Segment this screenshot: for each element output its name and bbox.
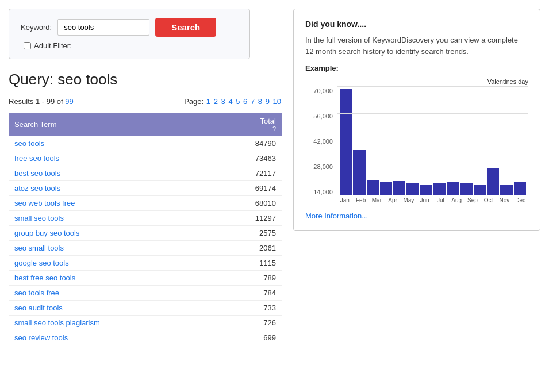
- info-body: In the full version of KeywordDiscovery …: [305, 34, 528, 57]
- search-term-link[interactable]: best seo tools: [14, 169, 60, 178]
- keyword-input[interactable]: [57, 19, 149, 36]
- results-count: Results 1 - 99 of 99: [9, 97, 74, 106]
- search-term-link[interactable]: seo review tools: [14, 333, 68, 342]
- chart-area: Valentines day 70,000 56,000 42,000 28,0…: [305, 78, 528, 203]
- search-term-link[interactable]: small seo tools plagiarism: [14, 318, 100, 327]
- x-label: Oct: [481, 197, 497, 203]
- page-link-3[interactable]: 3: [221, 97, 225, 106]
- y-label-28000: 28,000: [313, 163, 333, 170]
- bar: [514, 182, 526, 195]
- bar: [447, 182, 459, 195]
- info-title: Did you know....: [305, 20, 528, 29]
- bar: [340, 89, 352, 195]
- search-term-link[interactable]: seo tools: [14, 139, 44, 148]
- search-term-link[interactable]: seo tools free: [14, 289, 59, 297]
- bar-group: [487, 89, 499, 195]
- total-value: 1115: [213, 256, 282, 271]
- results-total-link[interactable]: 99: [65, 97, 73, 106]
- more-info-link[interactable]: More Information...: [305, 212, 368, 220]
- bar: [393, 181, 405, 195]
- total-value: 699: [213, 330, 282, 345]
- x-label: May: [401, 197, 417, 203]
- bar-group: [474, 89, 486, 195]
- page-link-4[interactable]: 4: [228, 97, 232, 106]
- bar: [380, 182, 392, 195]
- total-value: 68010: [213, 196, 282, 211]
- right-panel: Did you know.... In the full version of …: [293, 9, 540, 345]
- bar-group: [353, 89, 365, 195]
- page-link-1[interactable]: 1: [206, 97, 213, 106]
- total-value: 789: [213, 271, 282, 286]
- bar-group: [433, 89, 446, 195]
- y-label-56000: 56,000: [313, 113, 333, 120]
- table-row: atoz seo tools69174: [9, 181, 282, 196]
- results-info: Results 1 - 99 of 99 Page: 1 2 3 4 5 6 7…: [9, 97, 282, 106]
- total-value: 69174: [213, 181, 282, 196]
- table-row: seo audit tools733: [9, 301, 282, 316]
- bar-group: [393, 89, 405, 195]
- bar-group: [460, 89, 473, 195]
- total-value: 726: [213, 316, 282, 330]
- bar-group: [500, 89, 512, 195]
- x-label: Nov: [497, 197, 513, 203]
- query-title: Query: seo tools: [9, 71, 282, 89]
- table-row: free seo tools73463: [9, 151, 282, 166]
- bar: [367, 180, 379, 195]
- valentines-label: Valentines day: [305, 78, 528, 85]
- adult-filter-label: Adult Filter:: [34, 41, 72, 50]
- search-term-link[interactable]: seo audit tools: [14, 303, 63, 312]
- total-value: 72117: [213, 166, 282, 181]
- search-term-link[interactable]: seo small tools: [14, 244, 64, 252]
- total-value: 784: [213, 286, 282, 301]
- x-label: Jun: [417, 197, 433, 203]
- page-link-6[interactable]: 6: [243, 97, 247, 106]
- example-label: Example:: [305, 64, 528, 72]
- adult-filter-checkbox[interactable]: [24, 42, 31, 49]
- search-term-link[interactable]: group buy seo tools: [14, 229, 79, 237]
- total-value: 11297: [213, 211, 282, 226]
- table-row: small seo tools11297: [9, 211, 282, 226]
- col-search-term: Search Term: [9, 113, 213, 136]
- page-link-2[interactable]: 2: [214, 97, 218, 106]
- search-button[interactable]: Search: [155, 18, 216, 37]
- bar-group: [447, 89, 459, 195]
- bar: [500, 185, 512, 195]
- bar-group: [367, 89, 379, 195]
- x-label: Sep: [464, 197, 481, 203]
- info-card: Did you know.... In the full version of …: [293, 9, 540, 231]
- search-term-link[interactable]: seo web tools free: [14, 199, 75, 207]
- bar: [353, 150, 365, 195]
- page-link-8[interactable]: 8: [258, 97, 262, 106]
- bar: [433, 183, 446, 195]
- bar-group: [380, 89, 392, 195]
- left-panel: Keyword: Search Adult Filter: Query: seo…: [9, 9, 282, 345]
- total-value: 84790: [213, 136, 282, 151]
- total-value: 73463: [213, 151, 282, 166]
- search-term-link[interactable]: google seo tools: [14, 259, 69, 267]
- bar: [420, 185, 432, 195]
- x-label: Feb: [353, 197, 369, 203]
- page-link-9[interactable]: 9: [266, 97, 270, 106]
- keyword-label: Keyword:: [21, 23, 52, 32]
- table-row: seo small tools2061: [9, 241, 282, 256]
- x-label: Dec: [512, 197, 528, 203]
- bar: [474, 185, 486, 195]
- bar-group: [514, 89, 526, 195]
- total-value: 2575: [213, 226, 282, 241]
- page-link-5[interactable]: 5: [236, 97, 240, 106]
- search-term-link[interactable]: free seo tools: [14, 154, 59, 163]
- table-row: group buy seo tools2575: [9, 226, 282, 241]
- y-label-14000: 14,000: [313, 189, 333, 195]
- x-label: Mar: [369, 197, 385, 203]
- search-term-link[interactable]: best free seo tools: [14, 274, 75, 282]
- bar: [487, 168, 499, 195]
- page-link-10[interactable]: 10: [273, 97, 281, 106]
- table-row: best free seo tools789: [9, 271, 282, 286]
- page-link-7[interactable]: 7: [251, 97, 255, 106]
- results-table: Search Term Total ? seo tools84790free s…: [9, 113, 282, 345]
- y-label-70000: 70,000: [313, 87, 333, 94]
- table-row: google seo tools1115: [9, 256, 282, 271]
- table-row: small seo tools plagiarism726: [9, 316, 282, 330]
- search-term-link[interactable]: small seo tools: [14, 214, 64, 222]
- search-term-link[interactable]: atoz seo tools: [14, 184, 60, 193]
